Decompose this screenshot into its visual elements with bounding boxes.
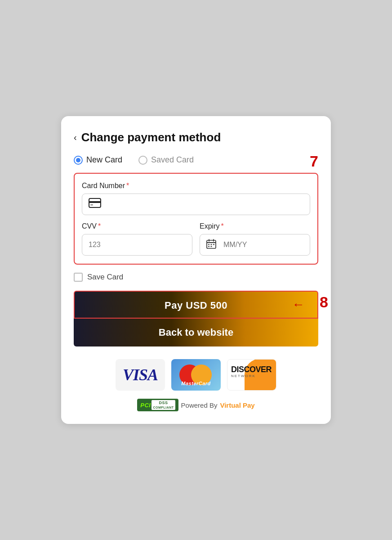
mastercard-logo: MasterCard — [171, 359, 221, 391]
svg-rect-7 — [208, 244, 209, 245]
cvv-label: CVV* — [82, 222, 192, 230]
card-number-field-group: Card Number* — [82, 182, 310, 215]
visa-logo: VISA — [116, 359, 165, 391]
payment-logos: VISA MasterCard DISCOVER NETWORK — [74, 359, 318, 391]
radio-new-card[interactable] — [74, 156, 83, 165]
save-card-label: Save Card — [87, 273, 123, 282]
card-form-section: Card Number* CVV* — [74, 173, 318, 265]
pci-dss-badge: PCI DSSCOMPLIANT — [137, 399, 178, 411]
expiry-input[interactable] — [223, 241, 303, 249]
arrow-left-red-icon: ← — [292, 291, 305, 319]
expiry-label: Expiry* — [200, 222, 310, 230]
credit-card-icon — [89, 198, 101, 211]
expiry-field-group: Expiry* — [200, 222, 310, 256]
cvv-field-group: CVV* — [82, 222, 192, 256]
cvv-expiry-row: CVV* Expiry* — [82, 222, 310, 256]
expiry-input-wrapper[interactable] — [200, 234, 310, 256]
card-number-input-wrapper[interactable] — [82, 194, 310, 215]
tab-new-card[interactable]: New Card — [74, 155, 122, 165]
svg-rect-8 — [211, 244, 212, 245]
card-number-input[interactable] — [106, 200, 303, 208]
page-title: Change payment method — [81, 130, 221, 144]
back-arrow-icon[interactable]: ‹ — [74, 132, 77, 143]
save-card-checkbox[interactable] — [74, 273, 83, 282]
svg-rect-4 — [207, 242, 216, 243]
tab-row: New Card Saved Card 7 — [74, 155, 318, 165]
back-button-label: Back to website — [159, 327, 233, 338]
virtual-pay-brand: Virtual Pay — [220, 401, 254, 409]
footer-powered-by: PCI DSSCOMPLIANT Powered By Virtual Pay — [74, 399, 318, 411]
cvv-input[interactable] — [89, 241, 186, 249]
svg-rect-10 — [208, 246, 209, 248]
header: ‹ Change payment method — [74, 130, 318, 144]
svg-rect-2 — [90, 204, 93, 206]
card-number-label: Card Number* — [82, 182, 310, 190]
tab-new-card-label: New Card — [86, 155, 122, 165]
powered-by-text: Powered By — [181, 401, 218, 409]
svg-rect-1 — [89, 201, 101, 203]
annotation-7: 7 — [310, 153, 318, 170]
buttons-wrapper: 8 Pay USD 500 ← Back to website — [74, 291, 318, 346]
payment-card: ‹ Change payment method New Card Saved C… — [61, 116, 331, 424]
calendar-icon — [206, 239, 216, 251]
svg-rect-11 — [211, 246, 212, 248]
radio-saved-card[interactable] — [138, 156, 147, 165]
svg-rect-9 — [213, 244, 214, 245]
annotation-8: 8 — [320, 293, 328, 311]
pay-button[interactable]: Pay USD 500 ← — [74, 291, 318, 319]
discover-logo: DISCOVER NETWORK — [227, 359, 276, 391]
pay-button-wrapper: Pay USD 500 ← — [74, 291, 318, 319]
save-card-row: Save Card — [74, 273, 318, 282]
tab-saved-card[interactable]: Saved Card — [138, 155, 194, 165]
tab-saved-card-label: Saved Card — [151, 155, 194, 165]
pay-button-label: Pay USD 500 — [165, 300, 227, 311]
back-to-website-button[interactable]: Back to website — [74, 319, 318, 346]
cvv-input-wrapper[interactable] — [82, 234, 192, 256]
